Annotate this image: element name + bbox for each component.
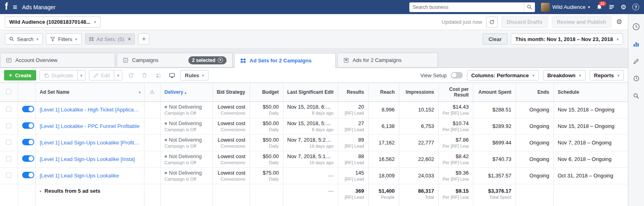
edit-panel-icon[interactable]	[631, 56, 642, 66]
status-dot	[165, 155, 167, 158]
reports-dropdown-button[interactable]: Reports ▾	[590, 70, 624, 80]
row-checkbox[interactable]	[6, 140, 11, 145]
refresh-icon	[489, 19, 495, 25]
toggle-column-header	[18, 83, 35, 101]
tab-account-overview[interactable]: Account Overview	[0, 53, 115, 68]
search-dropdown-button[interactable]: Search ▾	[5, 33, 43, 45]
ad-set-name-link[interactable]: [Level 1] Lead Sign-Ups Lookalike [Insta…	[40, 156, 140, 162]
tab-ads[interactable]: Ads for 2 Campaigns	[337, 53, 438, 68]
results-cell: 88[RF] Lead	[338, 151, 368, 167]
delete-button[interactable]	[139, 70, 150, 80]
view-setup-toggle[interactable]	[451, 72, 463, 78]
column-menu-caret-icon[interactable]: ▾	[138, 90, 140, 94]
col-header-bid-strategy[interactable]: Bid Strategy	[213, 83, 250, 101]
col-header-delivery[interactable]: Delivery ▴	[160, 83, 213, 101]
refresh-button[interactable]	[486, 16, 497, 28]
row-checkbox[interactable]	[6, 173, 11, 178]
duplicate-label: Duplicate	[52, 72, 73, 78]
delivery-cell: Not DeliveringCampaign is Off	[160, 118, 213, 134]
columns-dropdown-button[interactable]: Columns: Performance ▾	[467, 70, 539, 80]
duplicate-options-caret[interactable]: ▾	[77, 70, 85, 80]
col-header-ad-set-name[interactable]: Ad Set Name ▾	[35, 83, 144, 101]
manager-settings-gear-button[interactable]: ⚙	[615, 19, 623, 25]
col-header-last-significant-edit[interactable]: Last Significant Edit	[283, 83, 338, 101]
review-and-publish-button[interactable]: Review and Publish	[552, 16, 611, 28]
help-button[interactable]: ?	[632, 4, 639, 10]
amount-spent-cell: $699.44	[473, 134, 516, 151]
clear-filters-button[interactable]: Clear	[483, 33, 508, 45]
ad-account-selector[interactable]: Wild Audience (1020818370148... ▾	[5, 16, 101, 28]
discard-drafts-button[interactable]: Discard Drafts	[502, 16, 548, 28]
hamburger-menu-icon[interactable]: ≡	[13, 3, 17, 11]
reach-cell: 8,996	[368, 101, 399, 118]
rules-dropdown-button[interactable]: Rules ▾	[180, 70, 208, 80]
ad-set-name-link[interactable]: [Level 1] Lookalike - High Ticket [Appli…	[40, 107, 140, 113]
col-header-reach[interactable]: Reach	[368, 83, 399, 101]
sort-ascending-icon: ▴	[185, 91, 187, 95]
duplicate-icon	[44, 73, 49, 78]
edit-button[interactable]: Edit	[89, 70, 114, 80]
add-filter-button[interactable]: +	[138, 33, 149, 45]
breakdown-dropdown-button[interactable]: Breakdown ▾	[543, 70, 586, 80]
issues-cell	[144, 151, 160, 167]
create-button[interactable]: + Create	[4, 70, 36, 80]
ad-set-status-toggle[interactable]	[22, 172, 34, 178]
col-header-ends[interactable]: Ends	[516, 83, 553, 101]
recently-viewed-icon[interactable]	[631, 21, 642, 32]
ad-set-status-toggle[interactable]	[22, 139, 34, 145]
duplicate-button[interactable]: Duplicate	[40, 70, 77, 80]
history-panel-icon[interactable]	[631, 73, 642, 84]
settings-gear-icon[interactable]: ⚙	[621, 4, 626, 10]
summary-last-edit-cell: —	[283, 184, 338, 206]
facebook-logo[interactable]: f	[5, 2, 8, 11]
filters-dropdown-button[interactable]: Filters ▾	[46, 33, 81, 45]
tab-campaigns[interactable]: Campaigns 2 selected ×	[117, 53, 233, 68]
account-user-menu[interactable]: Wild Audience ▾	[541, 3, 590, 12]
col-header-results[interactable]: Results	[338, 83, 368, 101]
ad-set-name-link[interactable]: [Level 1] Lead Sign-Ups Lookalike [Profi…	[40, 140, 140, 146]
results-cell: 89[RF] Lead	[338, 134, 368, 151]
ad-set-name-link[interactable]: [Level 1] Lead Sign-Ups Lookalike	[40, 173, 140, 179]
col-header-budget[interactable]: Budget	[250, 83, 283, 101]
select-all-checkbox[interactable]	[6, 89, 11, 94]
search-panel-icon[interactable]	[631, 91, 642, 101]
notifications-button[interactable]: 22	[596, 4, 603, 10]
bid-strategy-cell: Lowest costConversions	[213, 151, 250, 167]
row-checkbox[interactable]	[6, 156, 11, 161]
ad-set-row: [Level 1] Lookalike - PPC Funnel Profita…	[0, 118, 628, 134]
create-button-label: Create	[15, 72, 31, 78]
col-header-amount-spent[interactable]: Amount Spent	[473, 83, 516, 101]
business-search-input[interactable]	[409, 4, 524, 10]
col-header-schedule[interactable]: Schedule	[553, 83, 628, 101]
col-header-impressions[interactable]: Impressions	[399, 83, 438, 101]
campaigns-selected-badge[interactable]: 2 selected ×	[188, 56, 227, 64]
clear-selection-icon[interactable]: ×	[218, 58, 223, 63]
row-select-cell	[0, 101, 18, 118]
split-test-button[interactable]	[153, 70, 163, 80]
tab-ad-sets[interactable]: Ad Sets for 2 Campaigns	[234, 53, 336, 68]
row-checkbox[interactable]	[6, 107, 11, 112]
impressions-cell: 24,033	[399, 167, 438, 184]
ad-set-status-toggle[interactable]	[22, 122, 34, 129]
expand-summary-icon[interactable]: ▸	[40, 189, 42, 193]
edit-options-caret[interactable]: ▾	[114, 70, 122, 80]
date-range-selector[interactable]: This month: Nov 1, 2018 – Nov 23, 2018 ▾	[511, 33, 623, 45]
ad-set-name-link[interactable]: [Level 1] Lookalike - PPC Funnel Profita…	[40, 123, 140, 129]
ad-sets-filter-chip[interactable]: Ad Sets: (5) ×	[85, 33, 135, 45]
search-submit-button[interactable]	[524, 2, 535, 12]
col-header-cost-per-result[interactable]: Cost per Result	[438, 83, 473, 101]
remove-filter-icon[interactable]: ×	[128, 36, 131, 42]
cost-per-result-cell: $14.43Per [RF] Lead	[438, 101, 473, 118]
ad-set-status-toggle[interactable]	[22, 155, 34, 162]
ad-set-row: [Level 1] Lead Sign-Ups LookalikeNot Del…	[0, 167, 628, 184]
last-edit-cell: Nov 7, 2018, 5:10 PM16 days ago	[283, 151, 338, 167]
bid-strategy-cell: Lowest costConversions	[213, 134, 250, 151]
preview-button[interactable]	[167, 70, 177, 80]
history-button[interactable]	[126, 70, 136, 80]
clipboard-check-icon	[123, 58, 128, 63]
delivery-cell: Not DeliveringCampaign is Off	[160, 151, 213, 167]
activity-feed-button[interactable]	[609, 4, 615, 10]
charts-panel-icon[interactable]	[631, 39, 642, 49]
row-checkbox[interactable]	[6, 123, 11, 128]
ad-set-status-toggle[interactable]	[22, 106, 34, 112]
